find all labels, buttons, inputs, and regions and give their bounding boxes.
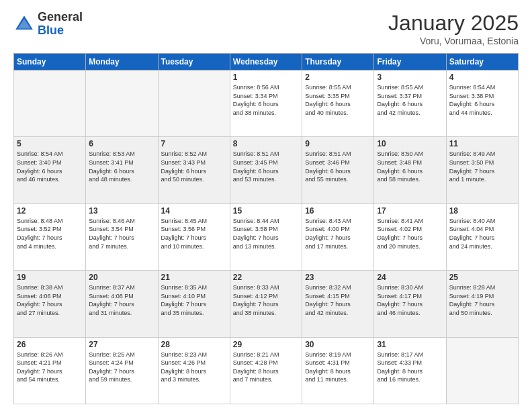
day-number: 20 [89,273,154,282]
day-number: 14 [161,206,227,216]
day-number: 25 [449,273,515,282]
day-info: Sunrise: 8:41 AM Sunset: 4:02 PM Dayligh… [377,217,443,250]
day-number: 7 [161,139,227,148]
day-number: 1 [233,73,299,82]
day-info: Sunrise: 8:26 AM Sunset: 4:21 PM Dayligh… [17,351,83,384]
table-row: 19Sunrise: 8:38 AM Sunset: 4:06 PM Dayli… [14,271,86,337]
day-info: Sunrise: 8:50 AM Sunset: 3:48 PM Dayligh… [377,150,443,183]
day-info: Sunrise: 8:35 AM Sunset: 4:10 PM Dayligh… [161,283,227,317]
table-row: 7Sunrise: 8:52 AM Sunset: 3:43 PM Daylig… [158,137,230,203]
day-number: 15 [233,206,299,216]
day-number: 31 [377,340,443,349]
week-row: 5Sunrise: 8:54 AM Sunset: 3:40 PM Daylig… [14,137,519,203]
day-info: Sunrise: 8:32 AM Sunset: 4:15 PM Dayligh… [305,283,371,317]
day-info: Sunrise: 8:30 AM Sunset: 4:17 PM Dayligh… [377,283,443,317]
table-row: 3Sunrise: 8:55 AM Sunset: 3:37 PM Daylig… [374,71,446,137]
day-info: Sunrise: 8:17 AM Sunset: 4:33 PM Dayligh… [377,351,443,384]
header: General Blue January 2025 Voru, Vorumaa,… [13,11,519,46]
day-number: 21 [161,273,227,282]
logo: General Blue [13,11,83,38]
day-info: Sunrise: 8:51 AM Sunset: 3:46 PM Dayligh… [305,150,371,183]
table-row: 10Sunrise: 8:50 AM Sunset: 3:48 PM Dayli… [374,137,446,203]
table-row: 9Sunrise: 8:51 AM Sunset: 3:46 PM Daylig… [302,137,374,203]
table-row: 18Sunrise: 8:40 AM Sunset: 4:04 PM Dayli… [446,203,518,270]
logo-blue: Blue [38,24,64,37]
day-number: 24 [377,273,443,282]
calendar-header: Sunday Monday Tuesday Wednesday Thursday… [14,54,519,71]
table-row: 30Sunrise: 8:19 AM Sunset: 4:31 PM Dayli… [302,337,374,404]
day-number: 10 [377,139,443,148]
weekday-row: Sunday Monday Tuesday Wednesday Thursday… [14,54,519,71]
table-row: 6Sunrise: 8:53 AM Sunset: 3:41 PM Daylig… [86,137,158,203]
day-info: Sunrise: 8:45 AM Sunset: 3:56 PM Dayligh… [161,217,227,250]
day-number: 11 [449,139,515,148]
table-row [446,337,518,404]
table-row [158,71,230,137]
day-number: 2 [305,73,371,82]
table-row: 20Sunrise: 8:37 AM Sunset: 4:08 PM Dayli… [86,271,158,337]
table-row: 14Sunrise: 8:45 AM Sunset: 3:56 PM Dayli… [158,203,230,270]
col-monday: Monday [86,54,158,71]
day-number: 5 [17,139,83,148]
week-row: 12Sunrise: 8:48 AM Sunset: 3:52 PM Dayli… [14,203,519,270]
day-info: Sunrise: 8:43 AM Sunset: 4:00 PM Dayligh… [305,217,371,250]
day-info: Sunrise: 8:52 AM Sunset: 3:43 PM Dayligh… [161,150,227,183]
day-info: Sunrise: 8:40 AM Sunset: 4:04 PM Dayligh… [449,217,515,250]
day-number: 3 [377,73,443,82]
day-info: Sunrise: 8:54 AM Sunset: 3:40 PM Dayligh… [17,150,83,183]
col-friday: Friday [374,54,446,71]
day-number: 30 [305,340,371,349]
day-info: Sunrise: 8:48 AM Sunset: 3:52 PM Dayligh… [17,217,83,250]
logo-text: General Blue [38,11,83,38]
table-row: 26Sunrise: 8:26 AM Sunset: 4:21 PM Dayli… [14,337,86,404]
table-row [86,71,158,137]
table-row: 13Sunrise: 8:46 AM Sunset: 3:54 PM Dayli… [86,203,158,270]
day-number: 23 [305,273,371,282]
day-info: Sunrise: 8:55 AM Sunset: 3:37 PM Dayligh… [377,83,443,117]
logo-general: General [38,10,83,24]
day-info: Sunrise: 8:37 AM Sunset: 4:08 PM Dayligh… [89,283,154,317]
day-number: 22 [233,273,299,282]
table-row: 15Sunrise: 8:44 AM Sunset: 3:58 PM Dayli… [230,203,302,270]
day-info: Sunrise: 8:44 AM Sunset: 3:58 PM Dayligh… [233,217,299,250]
table-row: 24Sunrise: 8:30 AM Sunset: 4:17 PM Dayli… [374,271,446,337]
col-sunday: Sunday [14,54,86,71]
day-number: 12 [17,206,83,216]
logo-icon [13,13,35,35]
day-info: Sunrise: 8:49 AM Sunset: 3:50 PM Dayligh… [449,150,515,183]
table-row: 8Sunrise: 8:51 AM Sunset: 3:45 PM Daylig… [230,137,302,203]
day-number: 27 [89,340,154,349]
day-info: Sunrise: 8:51 AM Sunset: 3:45 PM Dayligh… [233,150,299,183]
day-info: Sunrise: 8:33 AM Sunset: 4:12 PM Dayligh… [233,283,299,317]
table-row: 12Sunrise: 8:48 AM Sunset: 3:52 PM Dayli… [14,203,86,270]
calendar: Sunday Monday Tuesday Wednesday Thursday… [13,53,519,404]
table-row: 29Sunrise: 8:21 AM Sunset: 4:28 PM Dayli… [230,337,302,404]
day-info: Sunrise: 8:46 AM Sunset: 3:54 PM Dayligh… [89,217,154,250]
day-number: 9 [305,139,371,148]
day-info: Sunrise: 8:56 AM Sunset: 3:34 PM Dayligh… [233,83,299,117]
col-tuesday: Tuesday [158,54,230,71]
day-info: Sunrise: 8:21 AM Sunset: 4:28 PM Dayligh… [233,351,299,384]
subtitle: Voru, Vorumaa, Estonia [388,36,519,46]
table-row: 4Sunrise: 8:54 AM Sunset: 3:38 PM Daylig… [446,71,518,137]
table-row: 25Sunrise: 8:28 AM Sunset: 4:19 PM Dayli… [446,271,518,337]
page: General Blue January 2025 Voru, Vorumaa,… [0,0,532,411]
table-row: 23Sunrise: 8:32 AM Sunset: 4:15 PM Dayli… [302,271,374,337]
week-row: 1Sunrise: 8:56 AM Sunset: 3:34 PM Daylig… [14,71,519,137]
day-number: 17 [377,206,443,216]
col-wednesday: Wednesday [230,54,302,71]
col-saturday: Saturday [446,54,518,71]
table-row: 11Sunrise: 8:49 AM Sunset: 3:50 PM Dayli… [446,137,518,203]
day-number: 26 [17,340,83,349]
day-number: 8 [233,139,299,148]
table-row: 16Sunrise: 8:43 AM Sunset: 4:00 PM Dayli… [302,203,374,270]
table-row [14,71,86,137]
table-row: 31Sunrise: 8:17 AM Sunset: 4:33 PM Dayli… [374,337,446,404]
day-number: 28 [161,340,227,349]
day-info: Sunrise: 8:38 AM Sunset: 4:06 PM Dayligh… [17,283,83,317]
day-info: Sunrise: 8:19 AM Sunset: 4:31 PM Dayligh… [305,351,371,384]
table-row: 5Sunrise: 8:54 AM Sunset: 3:40 PM Daylig… [14,137,86,203]
day-number: 13 [89,206,154,216]
day-info: Sunrise: 8:54 AM Sunset: 3:38 PM Dayligh… [449,83,515,117]
table-row: 2Sunrise: 8:55 AM Sunset: 3:35 PM Daylig… [302,71,374,137]
